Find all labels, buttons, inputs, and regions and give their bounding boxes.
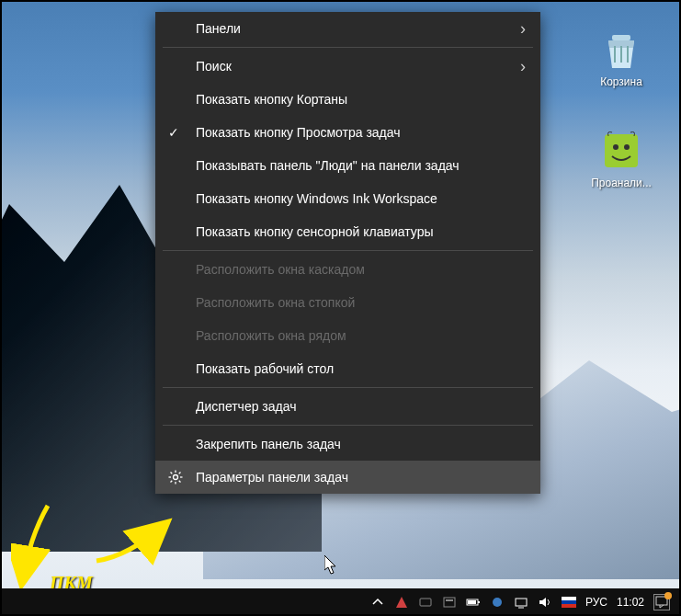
svg-point-4 <box>174 475 178 480</box>
tray-volume-icon[interactable] <box>538 595 552 610</box>
recycle-bin-icon <box>599 28 643 72</box>
menu-separator <box>163 250 533 251</box>
menu-item-label: Показать кнопку Кортаны <box>196 92 347 107</box>
tray-app-icon[interactable] <box>490 595 505 610</box>
tray-action-center-icon[interactable] <box>653 594 670 610</box>
menu-item-side-by-side: Расположить окна рядом <box>155 319 540 352</box>
menu-separator <box>163 425 533 426</box>
tray-app-icon[interactable] <box>418 595 433 610</box>
desktop-icon-label: Корзина <box>585 75 658 88</box>
menu-item-label: Панели <box>196 21 241 36</box>
menu-item-label: Поиск <box>196 59 232 74</box>
taskbar-context-menu: Панели Поиск Показать кнопку Кортаны ✓ П… <box>155 12 540 494</box>
gear-icon <box>168 470 183 485</box>
svg-rect-18 <box>468 600 476 604</box>
svg-rect-24 <box>562 604 576 608</box>
notepad-plus-icon <box>599 129 643 173</box>
menu-item-label: Расположить окна рядом <box>196 328 346 343</box>
svg-rect-25 <box>656 597 667 605</box>
menu-item-taskbar-settings[interactable]: Параметры панели задач <box>155 461 540 494</box>
tray-battery-icon[interactable] <box>466 595 481 610</box>
menu-item-search[interactable]: Поиск <box>155 50 540 83</box>
tray-language-flag-icon[interactable] <box>562 595 576 610</box>
menu-item-ink-workspace[interactable]: Показать кнопку Windows Ink Workspace <box>155 182 540 215</box>
mouse-cursor-icon <box>324 555 339 576</box>
svg-rect-14 <box>444 598 455 607</box>
menu-item-task-view-button[interactable]: ✓ Показать кнопку Просмотра задач <box>155 116 540 149</box>
menu-item-people-bar[interactable]: Показывать панель "Люди" на панели задач <box>155 149 540 182</box>
tray-chevron-up-icon[interactable] <box>370 595 385 610</box>
menu-item-toolbars[interactable]: Панели <box>155 12 540 45</box>
svg-rect-22 <box>562 597 576 600</box>
svg-line-9 <box>171 473 173 474</box>
menu-item-show-desktop[interactable]: Показать рабочий стол <box>155 352 540 385</box>
tray-language-label[interactable]: РУС <box>585 596 607 609</box>
svg-rect-23 <box>562 600 576 604</box>
svg-rect-1 <box>605 134 638 167</box>
tray-app-icon[interactable] <box>442 595 457 610</box>
menu-item-label: Диспетчер задач <box>196 399 297 414</box>
menu-item-label: Расположить окна каскадом <box>196 262 365 277</box>
menu-item-label: Показать рабочий стол <box>196 361 334 376</box>
svg-rect-20 <box>516 599 527 606</box>
menu-item-label: Показать кнопку сенсорной клавиатуры <box>196 224 434 239</box>
menu-item-label: Расположить окна стопкой <box>196 295 355 310</box>
svg-point-19 <box>493 598 502 607</box>
menu-item-label: Показать кнопку Просмотра задач <box>196 125 401 140</box>
tray-app-icon[interactable] <box>394 595 409 610</box>
svg-line-10 <box>179 481 181 483</box>
svg-line-12 <box>171 481 173 483</box>
menu-separator <box>163 387 533 388</box>
svg-line-11 <box>179 473 181 474</box>
taskbar[interactable]: РУС 11:02 <box>0 588 681 616</box>
menu-item-lock-taskbar[interactable]: Закрепить панель задач <box>155 428 540 461</box>
checkmark-icon: ✓ <box>168 125 179 140</box>
desktop-icon-notepad-plus[interactable]: Проанали... <box>585 129 658 189</box>
annotation-arrow-to-settings <box>92 515 175 565</box>
menu-item-cascade-windows: Расположить окна каскадом <box>155 253 540 286</box>
menu-item-label: Параметры панели задач <box>196 470 348 485</box>
svg-rect-0 <box>612 35 630 40</box>
svg-rect-15 <box>446 599 453 601</box>
menu-item-label: Показать кнопку Windows Ink Workspace <box>196 191 437 206</box>
menu-separator <box>163 47 533 48</box>
menu-item-cortana-button[interactable]: Показать кнопку Кортаны <box>155 83 540 116</box>
menu-item-touch-keyboard[interactable]: Показать кнопку сенсорной клавиатуры <box>155 215 540 248</box>
desktop-icon-recycle-bin[interactable]: Корзина <box>585 28 658 88</box>
tray-network-icon[interactable] <box>514 595 528 610</box>
svg-point-3 <box>624 144 630 150</box>
menu-item-stack-windows: Расположить окна стопкой <box>155 286 540 319</box>
svg-rect-17 <box>478 601 480 603</box>
menu-item-label: Показывать панель "Люди" на панели задач <box>196 158 460 173</box>
tray-clock[interactable]: 11:02 <box>617 596 644 609</box>
svg-rect-13 <box>420 599 431 606</box>
system-tray: РУС 11:02 <box>370 594 681 610</box>
desktop-icon-label: Проанали... <box>585 177 658 189</box>
menu-item-task-manager[interactable]: Диспетчер задач <box>155 390 540 423</box>
svg-point-2 <box>613 144 619 150</box>
menu-item-label: Закрепить панель задач <box>196 437 341 451</box>
